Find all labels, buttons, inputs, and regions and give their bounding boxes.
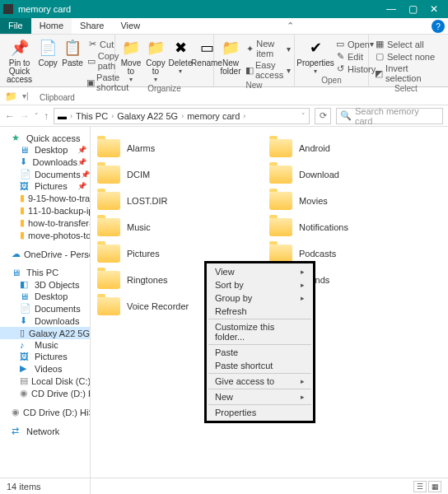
copy-button[interactable]: 📄Copy (35, 36, 60, 69)
ctx-group-by[interactable]: Group by▸ (207, 291, 313, 305)
folder-item[interactable]: Download (269, 161, 441, 188)
tree-desktop[interactable]: 🖥Desktop📌 (0, 144, 90, 156)
folder-label: Ringtones (127, 275, 168, 285)
minimize-button[interactable]: — (380, 2, 402, 16)
refresh-button[interactable]: ⟳ (315, 108, 331, 124)
new-item-button[interactable]: ✦New item ▾ (244, 38, 292, 59)
tab-view[interactable]: View (112, 18, 148, 34)
tree-desktop2[interactable]: 🖥Desktop (0, 291, 90, 302)
tree-network[interactable]: ⇄Network (0, 425, 90, 437)
tree-3d-objects[interactable]: ◧3D Objects (0, 278, 90, 291)
ctx-paste-shortcut[interactable]: Paste shortcut (207, 359, 313, 372)
tree-videos[interactable]: ▶Videos (0, 362, 90, 375)
tree-folder2[interactable]: ▮11-10-backup-iphone-t (0, 204, 90, 217)
path-icon: ▭ (86, 56, 96, 67)
tree-cd-drive2[interactable]: ◉CD Drive (D:) HiSuite (0, 406, 90, 418)
paste-button[interactable]: 📋Paste (60, 36, 85, 69)
search-icon: 🔍 (340, 110, 352, 121)
pin-quick-access-button[interactable]: 📌Pin to Quick access (3, 36, 35, 86)
group-open-label: Open (298, 76, 365, 86)
folder-item[interactable]: Android (269, 135, 441, 161)
dropdown-icon[interactable]: ▾| (22, 91, 29, 100)
tab-home[interactable]: Home (31, 18, 72, 34)
tree-folder4[interactable]: ▮move-photos-to-sd-ca (0, 229, 90, 241)
tree-pictures2[interactable]: 🖼Pictures (0, 351, 90, 362)
move-to-button[interactable]: 📁Move to▾ (119, 36, 143, 84)
tree-folder1[interactable]: ▮9-15-how-to-transfer-p (0, 192, 90, 204)
tree-downloads[interactable]: ⬇Downloads📌 (0, 156, 90, 168)
folder-item[interactable]: Alarms (97, 135, 269, 161)
folder-icon (269, 139, 292, 157)
tree-onedrive[interactable]: ☁OneDrive - Personal (0, 248, 90, 260)
crumb-pc[interactable]: This PC (76, 111, 108, 121)
folder-item[interactable]: LOST.DIR (97, 188, 269, 214)
tree-this-pc[interactable]: 🖥This PC (0, 267, 90, 278)
recent-dropdown[interactable]: ˅ (35, 112, 39, 120)
crumb-device[interactable]: Galaxy A22 5G (117, 111, 178, 121)
ctx-give-access[interactable]: Give access to▸ (207, 375, 313, 388)
ctx-view[interactable]: View▸ (207, 265, 313, 278)
group-organize-label: Organize (119, 84, 210, 94)
view-details-button[interactable]: ☰ (413, 481, 427, 492)
search-input[interactable]: 🔍Search memory card (336, 108, 443, 124)
forward-button[interactable]: → (20, 110, 30, 122)
view-icons-button[interactable]: ▦ (428, 481, 441, 492)
tree-folder3[interactable]: ▮how-to-transfer-photo (0, 217, 90, 229)
invert-selection-button[interactable]: ◩Invert selection (372, 63, 440, 84)
nav-tree: ★Quick access 🖥Desktop📌 ⬇Downloads📌 📄Doc… (0, 127, 91, 494)
folder-icon (97, 165, 120, 184)
properties-icon: ✔ (306, 38, 325, 58)
folder-label: Download (299, 170, 339, 179)
ctx-paste[interactable]: Paste (207, 346, 313, 359)
tree-documents2[interactable]: 📄Documents (0, 302, 90, 315)
copy-to-button[interactable]: 📁Copy to▾ (143, 36, 168, 84)
easy-access-button[interactable]: ◧Easy access ▾ (244, 59, 292, 81)
tab-share[interactable]: Share (72, 18, 112, 34)
ctx-refresh[interactable]: Refresh (207, 305, 313, 318)
open-icon: ▭ (334, 39, 346, 49)
history-icon: ↺ (334, 63, 346, 74)
folder-label: Music (127, 222, 151, 232)
select-none-button[interactable]: ▢Select none (372, 50, 440, 63)
folder-icon (97, 192, 120, 210)
tree-documents[interactable]: 📄Documents📌 (0, 168, 90, 180)
crumb-location[interactable]: memory card (187, 111, 240, 121)
tree-local-disk[interactable]: ▤Local Disk (C:) (0, 375, 90, 387)
properties-button[interactable]: ✔Properties▾ (298, 36, 333, 76)
select-all-button[interactable]: ▦Select all (372, 38, 440, 50)
ctx-customize[interactable]: Customize this folder... (207, 320, 313, 343)
ctx-new[interactable]: New▸ (207, 390, 313, 403)
back-button[interactable]: ← (5, 110, 15, 122)
up-button[interactable]: ↑ (44, 110, 49, 122)
invert-icon: ◩ (374, 68, 384, 79)
tree-quick-access[interactable]: ★Quick access (0, 132, 90, 144)
close-button[interactable]: ✕ (423, 2, 445, 16)
breadcrumb[interactable]: ▬ › This PC › Galaxy A22 5G › memory car… (54, 108, 310, 124)
ctx-sort-by[interactable]: Sort by▸ (207, 278, 313, 291)
selectnone-icon: ▢ (374, 51, 385, 62)
folder-icon[interactable]: 📁 (5, 91, 17, 102)
chevron-down-icon[interactable]: ˅ (301, 112, 306, 120)
menu-bar: File Home Share View ⌃ ? (0, 18, 448, 35)
folder-icon (97, 271, 120, 289)
ribbon-collapse-icon[interactable]: ⌃ (282, 18, 299, 34)
folder-item[interactable]: Music (97, 214, 269, 240)
new-folder-button[interactable]: 📁New folder (217, 36, 244, 77)
file-menu[interactable]: File (0, 18, 31, 34)
tree-music[interactable]: ♪Music (0, 339, 90, 351)
folder-item[interactable]: DCIM (97, 161, 269, 188)
group-clipboard-label: Clipboard (3, 93, 111, 103)
help-icon[interactable]: ? (432, 20, 445, 33)
folder-item[interactable]: Notifications (269, 214, 441, 240)
tree-cd-drive[interactable]: ◉CD Drive (D:) HiSuite (0, 387, 90, 399)
address-bar-row: ← → ˅ ↑ ▬ › This PC › Galaxy A22 5G › me… (0, 105, 448, 127)
folder-label: Alarms (127, 143, 155, 153)
folder-item[interactable]: Movies (269, 188, 441, 214)
maximize-button[interactable]: ▢ (402, 2, 423, 16)
tree-downloads2[interactable]: ⬇Downloads (0, 315, 90, 327)
copy-icon: 📄 (38, 38, 58, 58)
ctx-properties[interactable]: Properties (207, 406, 313, 419)
tree-galaxy[interactable]: ▯Galaxy A22 5G (0, 327, 90, 339)
tree-pictures[interactable]: 🖼Pictures📌 (0, 180, 90, 192)
delete-button[interactable]: ✖Delete▾ (168, 36, 193, 76)
